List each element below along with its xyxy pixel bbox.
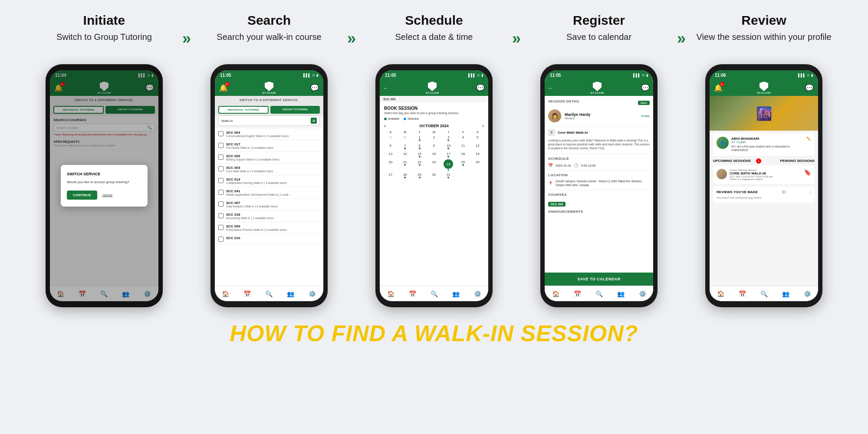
phone-4-status-icons: ▌▌▌ ⊙ ▮ [633,73,648,77]
chat-icon[interactable]: 💬 [641,84,650,92]
sd-title-row: SESSION DETAIL Open [548,99,650,106]
save-to-calendar-btn[interactable]: SAVE TO CALENDAR [545,273,653,286]
search-nav-icon[interactable]: 🔍 [595,290,603,297]
calendar-nav-icon[interactable]: 📅 [739,290,746,297]
phone-5: 11:06 ▌▌▌ ⊙ ▮ 🔔9+ ST.CLAIR [705,64,822,307]
home-nav-icon[interactable]: 🏠 [387,290,395,297]
wifi-icon: ⊙ [477,73,480,77]
group-nav-icon[interactable]: 👥 [452,290,460,297]
hero-image: 🌆 [710,96,818,131]
group-tutoring-btn[interactable]: GROUP TUTORING [270,106,320,114]
list-item[interactable]: SCC 014 Collaborative Nursing Walk-In | … [215,175,323,187]
calendar-nav: ‹ OCTOBER 2024 › [380,123,488,131]
battery-icon: ▮ [316,73,318,77]
edit-icon[interactable]: ✏️ [806,137,811,141]
list-item[interactable]: SCC 018 Accounting Walk-In | 2 available… [215,210,323,222]
arrow-4: » [673,13,690,48]
back-button[interactable]: ← [383,85,388,91]
step-5-title: Review [741,13,786,28]
profile-link[interactable]: Profile [641,115,650,118]
home-nav-icon[interactable]: 🏠 [222,290,229,297]
list-item[interactable]: SCC 054 Presentation Practice Walk-In | … [215,222,323,234]
list-item[interactable]: SCC 010 [215,234,323,244]
chevron-right-icon[interactable]: › [810,190,811,194]
reviews-count: 0 [781,190,787,194]
reviews-header: REVIEWS YOU'VE MADE 0 › [717,190,811,194]
search-nav-icon[interactable]: 🔍 [431,290,438,297]
step-search: Search Search your walk-in course 11:05 … [195,13,343,307]
list-item[interactable]: SCC 004 Conversational English Walk-In |… [215,128,323,140]
signal-icon: ▌▌▌ [633,73,641,77]
individual-tutoring-btn[interactable]: INDIVIDUAL TUTORING [218,106,269,114]
list-item[interactable]: SCC 041 Mobile Applications Development … [215,187,323,199]
group-nav-icon[interactable]: 👥 [782,290,789,297]
search-nav-icon[interactable]: 🔍 [265,290,273,297]
step-3-title: Schedule [405,13,463,28]
bell-icon[interactable]: 🔔8+ [219,84,228,92]
open-badge: Open [638,101,650,105]
phone-2-screen: 11:05 ▌▌▌ ⊙ ▮ 🔔8+ ST.CLAIR [215,70,323,301]
stclair-logo: ST.CLAIR [391,82,473,94]
back-button[interactable]: ← [548,85,553,91]
notification-badge: 8+ [225,82,230,86]
chat-icon[interactable]: 💬 [476,84,485,92]
course-code: SCC 004 [226,131,320,135]
course-icon [218,225,224,230]
clear-search-btn[interactable]: ✕ [311,118,317,124]
bell-icon[interactable]: 🔔9+ [714,84,723,92]
chat-icon[interactable]: 💬 [310,84,319,92]
list-item[interactable]: SCC 017 Pre-Health Walk-In | 4 available… [215,140,323,152]
calendar-nav-icon[interactable]: 📅 [574,290,581,297]
review-content: 👤 ABHI BHANDARI ST. CLAIR Hi! I am a fir… [710,131,818,286]
continue-button[interactable]: CONTINUE [67,191,97,200]
signal-icon: ▌▌▌ [468,73,476,77]
available-dot [384,118,387,120]
list-item[interactable]: SCC 007 Data Analytics Walk-In | 3 avail… [215,199,323,210]
chat-icon[interactable]: 💬 [805,84,814,92]
search-nav-icon[interactable]: 🔍 [760,290,768,297]
settings-nav-icon[interactable]: ⚙️ [309,290,316,297]
next-month-btn[interactable]: › [482,123,484,129]
phone-1-content: SWITCH TO A DIFFERENT SERVICE. INDIVIDUA… [50,96,158,286]
group-nav-icon[interactable]: 👥 [617,290,625,297]
step-4-title: Register [573,13,625,28]
list-item[interactable]: SCC 002 Writing Support Walk-In | 6 avai… [215,152,323,164]
calendar-days-header: S M T W T F S [383,131,485,134]
steps-row: Initiate Switch to Group Tutoring 11:04 … [17,13,851,307]
course-code: SCC 010 [226,236,320,240]
calendar-nav-icon[interactable]: 📅 [409,290,416,297]
phone-4-header: ← ST.CLAIR 💬 [545,80,653,96]
course-icon [218,166,224,171]
bookmark-icon[interactable]: 🔖 [804,169,811,176]
home-nav-icon[interactable]: 🏠 [717,290,724,297]
list-item[interactable]: SCC 003 Core Math Walk-In | 9 available … [215,164,323,175]
settings-nav-icon[interactable]: ⚙️ [804,290,811,297]
no-reviews-text: You have not reviewed any tutors. [717,196,811,199]
phone-5-bottom-nav: 🏠 📅 🔍 👥 ⚙️ [710,286,818,301]
course-icon [218,237,224,242]
session-card: Group Tutoring Session CORE MATH WALK-IN… [713,165,815,184]
home-nav-icon[interactable]: 🏠 [552,290,559,297]
settings-nav-icon[interactable]: ⚙️ [639,290,646,297]
phone-5-screen: 11:06 ▌▌▌ ⊙ ▮ 🔔9+ ST.CLAIR [710,70,818,301]
user-avatar: 👤 [717,137,729,149]
prev-month-btn[interactable]: ‹ [384,123,386,129]
course-code: SCC 003 [226,166,320,170]
phone-3: 11:05 ▌▌▌ ⊙ ▮ ← ST.CLAIR 💬 [375,64,493,307]
course-code: SCC 017 [226,142,320,146]
section-title: SESSION DETAIL [548,99,580,103]
calendar-header: ← ST.CLAIR 💬 [380,80,488,96]
upcoming-badge: 1 [756,158,761,164]
step-4-desc: Save to calendar [566,31,631,57]
group-nav-icon[interactable]: 👥 [287,290,294,297]
course-name: Accounting Walk-In | 2 available tutors [226,217,320,220]
course-row: T Core Math Walk-In [548,129,650,136]
cancel-button[interactable]: cancel [102,193,112,197]
step-1-desc: Switch to Group Tutoring [56,31,152,57]
settings-nav-icon[interactable]: ⚙️ [474,290,481,297]
walkin-search-input[interactable]: Walk-In ✕ [218,115,320,126]
calendar-nav-icon[interactable]: 📅 [243,290,251,297]
stclair-logo: ST.CLAIR [553,82,641,94]
wifi-icon: ⊙ [807,73,810,77]
phone-3-content: BOOK SESSION Select the day you wish to … [380,102,488,286]
